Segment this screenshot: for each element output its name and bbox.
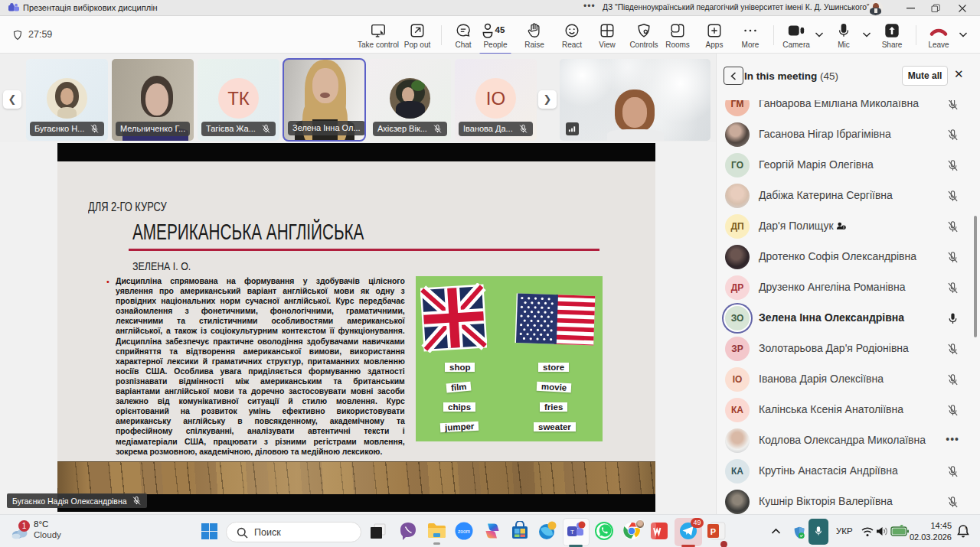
svg-text:z: z xyxy=(965,526,967,530)
svg-text:45: 45 xyxy=(495,25,505,34)
svg-text:P: P xyxy=(710,527,716,536)
svg-text:zoom: zoom xyxy=(458,529,470,534)
svg-text:T: T xyxy=(570,529,574,536)
